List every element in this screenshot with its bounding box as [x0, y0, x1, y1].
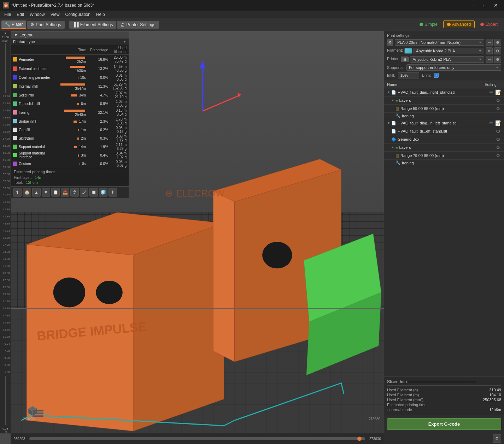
- tree-item-range-59[interactable]: ▤ Range 59.00-65.00 (mm) ⚙: [384, 105, 504, 113]
- view-select-button[interactable]: 🔲: [89, 188, 98, 197]
- printer-arrow: ▼: [479, 58, 482, 61]
- legend-time-val-8: 1m: [81, 128, 86, 132]
- tree-eye-button-right[interactable]: 👁: [488, 89, 494, 95]
- filament-dropdown[interactable]: Anycubic Kobra 2 PLA ▼: [414, 48, 484, 54]
- mode-advanced-button[interactable]: Advanced: [443, 21, 475, 28]
- tab-print-settings[interactable]: ⚙ Print Settings: [27, 21, 64, 29]
- tree-item-layers-1[interactable]: ▼ ≡ Layers ⚙: [384, 97, 504, 105]
- tree-col-editing: Editing: [480, 82, 501, 87]
- close-button[interactable]: ✕: [491, 2, 501, 9]
- printer-dropdown[interactable]: Anycubic Kobra2-PLA ▼: [410, 56, 484, 63]
- supports-dropdown[interactable]: For support enforcers only ▼: [406, 64, 501, 71]
- main-layout: ▼ 81.00 (516) 79.8877.8875.8873.8871.886…: [0, 31, 504, 444]
- tree-settings-range79[interactable]: ⚙: [495, 152, 501, 159]
- stl-icon-left: 📄: [391, 121, 396, 125]
- mode-expert-button[interactable]: Expert: [477, 21, 501, 28]
- minimize-button[interactable]: —: [468, 2, 479, 9]
- view-down-button[interactable]: ⬇: [109, 188, 117, 197]
- layer-display: 273630: [369, 417, 380, 421]
- legend-bar-1: [70, 66, 85, 68]
- legend-time-1: 1h36m: [57, 64, 88, 73]
- menu-window[interactable]: Window: [27, 11, 48, 18]
- legend-row-9: Skirt/Brim 2m 0.3% 0.39 m 1.17 g: [11, 134, 129, 142]
- tree-settings-generic[interactable]: ⚙: [495, 136, 501, 142]
- scale-value: 63.88: [0, 152, 10, 154]
- tab-plater[interactable]: 🔧 Plater: [1, 21, 26, 29]
- legend-label-cell-8: Gap fill: [11, 125, 57, 134]
- view-copy-button[interactable]: 📋: [51, 188, 60, 197]
- tree-item-ironing-2[interactable]: 🔧 Ironing: [384, 160, 504, 166]
- settings-gear-button[interactable]: ⚙: [493, 434, 501, 443]
- filament-edit-button[interactable]: ✏: [486, 47, 493, 54]
- first-layer-row: First layer: 14m: [14, 175, 126, 180]
- infill-input[interactable]: 10%: [398, 72, 419, 78]
- feature-type-dropdown-icon[interactable]: ▼: [123, 40, 127, 43]
- menu-file[interactable]: File: [1, 11, 14, 18]
- scale-value: 25.88: [0, 286, 10, 289]
- print-profile-extra-button[interactable]: ⚙: [494, 39, 501, 46]
- layer-slider-thumb[interactable]: [357, 437, 362, 441]
- tree-settings-layers2[interactable]: ⚙: [495, 144, 501, 151]
- legend-pct-4: 4.7%: [88, 91, 110, 99]
- scale-value: 75.88: [0, 109, 10, 112]
- maximize-button[interactable]: □: [479, 2, 490, 9]
- tree-item-hvac-left-child[interactable]: 📄 HVAC_fault_di...eft_stand.stl ⚙: [384, 127, 504, 135]
- layer-slider[interactable]: [29, 437, 365, 440]
- legend-filament-12: 0.03 m 0.07 g: [110, 159, 129, 168]
- menu-configuration[interactable]: Configuration: [63, 11, 93, 18]
- tree-edit-button-left[interactable]: 📝: [495, 120, 501, 126]
- legend-row-0: Perimeter 2h2m 16.8% 25.30 m 75.47 g: [11, 55, 129, 64]
- view-edit-button[interactable]: 🖊: [80, 188, 88, 197]
- tree-actions-range79: ⚙: [495, 152, 501, 159]
- printer-extra-button[interactable]: ⚙: [494, 56, 501, 63]
- titlebar-controls[interactable]: — □ ✕: [468, 2, 501, 9]
- mode-expert-label: Expert: [485, 22, 498, 27]
- sliced-key-filament-mm3: Used Filament (mm³): [387, 398, 423, 402]
- view-paste-button[interactable]: 📥: [61, 188, 69, 197]
- view-fit-button[interactable]: 🏠: [23, 188, 31, 197]
- view-3d-button[interactable]: 🧊: [99, 188, 107, 197]
- filament-row: Filament: Anycubic Kobra 2 PLA ▼ ✏ ⚙: [387, 47, 501, 54]
- tree-settings-button-layers1[interactable]: ⚙: [495, 97, 501, 104]
- tree-settings-left-child[interactable]: ⚙: [495, 128, 501, 134]
- view-top-button[interactable]: ▲: [32, 188, 41, 197]
- legend-bar-5: [77, 103, 79, 105]
- print-profile-dropdown[interactable]: PLA 0.20mm Normal(0.4mm Nozzle) ▼: [395, 39, 484, 46]
- view-bottom-button[interactable]: ▼: [42, 188, 50, 197]
- tree-edit-button-right[interactable]: 📝: [495, 89, 501, 95]
- mode-simple-button[interactable]: Simple: [416, 21, 441, 28]
- tree-eye-button-left[interactable]: 👁: [488, 120, 494, 126]
- viewport[interactable]: ▼ 81.00 (516) 79.8877.8875.8873.8871.886…: [0, 31, 384, 444]
- tree-item-ironing-1[interactable]: 🔧 Ironing: [384, 113, 504, 119]
- tree-item-layers-2[interactable]: ▼ ≡ Layers ⚙: [384, 144, 504, 152]
- legend-swatch-8: [13, 128, 17, 132]
- legend-label-cell-11: Support material interface: [11, 151, 57, 159]
- estimated-times: Estimated printing times: First layer: 1…: [11, 168, 129, 186]
- brim-checkbox[interactable]: ✓: [434, 73, 439, 78]
- tree-item-generic-box[interactable]: 🔷 Generic-Box ⚙: [384, 135, 504, 144]
- legend-header[interactable]: ▼ Legend: [11, 31, 129, 39]
- tab-filament-settings[interactable]: ▐▐ Filament Settings: [69, 21, 117, 29]
- tree-item-hvac-left[interactable]: ▼ 📄 HVAC_fault_diag...n_left_stand.stl 👁…: [384, 119, 504, 127]
- tree-item-range-79[interactable]: ▤ Range 79.00-85.00 (mm) ⚙: [384, 152, 504, 160]
- view-home-button[interactable]: ⬆: [13, 188, 22, 197]
- menu-view[interactable]: View: [48, 11, 63, 18]
- menu-edit[interactable]: Edit: [14, 11, 27, 18]
- legend-time-9: 2m: [57, 134, 88, 142]
- tree-settings-button-range59[interactable]: ⚙: [495, 105, 501, 112]
- view-time-button[interactable]: ⏱: [70, 188, 79, 197]
- printer-row: Printer: 🖨 Anycubic Kobra2-PLA ▼ ✏ ⚙: [387, 56, 501, 63]
- filament-extra-button[interactable]: ⚙: [494, 47, 501, 54]
- infill-label: Infill:: [387, 73, 395, 77]
- tab-printer-settings[interactable]: 🖨 Printer Settings: [117, 21, 159, 29]
- app-icon: P: [3, 2, 9, 8]
- export-gcode-button[interactable]: Export G-code: [387, 418, 501, 430]
- tree-item-hvac-right[interactable]: ▼ 📄 HVAC_fault_diag...right_stand.stl 👁 …: [384, 88, 504, 97]
- menu-help[interactable]: Help: [93, 11, 108, 18]
- legend-label-4: Solid infill: [19, 93, 34, 97]
- legend-label-cell-7: Bridge infill: [11, 117, 57, 125]
- print-profile-edit-button[interactable]: ✏: [486, 39, 493, 46]
- printer-edit-button[interactable]: ✏: [486, 56, 493, 63]
- legend-filament-7: 1.70 m 5.08 g: [110, 117, 129, 125]
- tree-label-generic-box: Generic-Box: [398, 137, 495, 141]
